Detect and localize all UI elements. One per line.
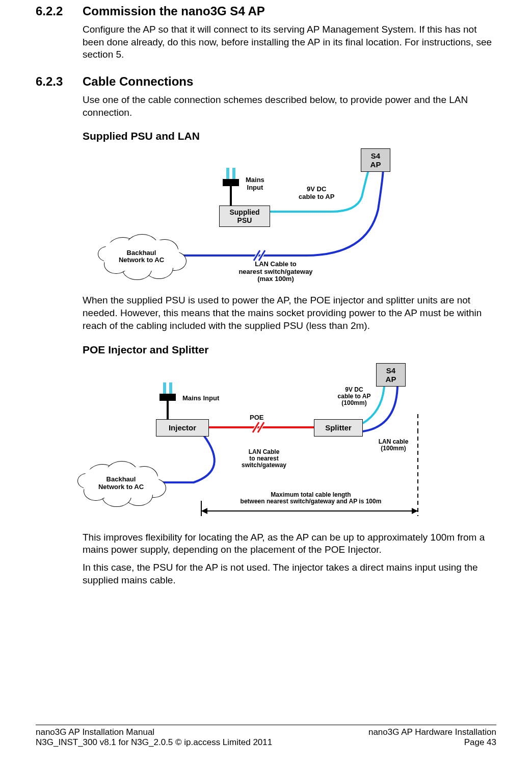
svg-rect-0 <box>226 168 229 179</box>
section-number: 6.2.3 <box>36 74 83 89</box>
diagram-poe: Mains Input Injector POE Splitter S4AP 9… <box>97 363 494 526</box>
diagram-psu-lan: MainsInput SuppliedPSU 9V DCcable to AP … <box>117 148 464 291</box>
svg-rect-10 <box>159 394 176 401</box>
footer-right-1: nano3G AP Hardware Installation <box>368 727 496 737</box>
page-footer: nano3G AP Installation Manual nano3G AP … <box>36 725 496 748</box>
label-9v-dc: 9V DCcable to AP(100mm) <box>331 387 377 407</box>
label-lan-switch: LAN Cableto nearestswitch/gateway <box>233 449 295 469</box>
svg-marker-21 <box>201 508 207 514</box>
label-poe: POE <box>250 414 263 421</box>
svg-rect-1 <box>232 168 235 179</box>
label-backhaul: BackhaulNetwork to AC <box>76 461 166 506</box>
paragraph: This improves flexibility for locating t… <box>83 531 496 556</box>
paragraph: When the supplied PSU is used to power t… <box>83 294 496 332</box>
svg-rect-9 <box>169 382 172 394</box>
label-max-length: Maximum total cable lengthbetween neares… <box>214 492 408 505</box>
section-title: Cable Connections <box>83 74 193 89</box>
cloud-backhaul: BackhaulNetwork to AC <box>76 461 166 506</box>
box-splitter: Splitter <box>314 419 363 437</box>
box-s4-ap: S4AP <box>361 148 390 172</box>
box-supplied-psu: SuppliedPSU <box>219 206 270 227</box>
label-lan-cable: LAN Cable tonearest switch/gateway(max 1… <box>227 261 324 283</box>
section-number: 6.2.2 <box>36 4 83 18</box>
label-mains-input: MainsInput <box>246 176 264 191</box>
heading: POE Injector and Splitter <box>83 344 496 356</box>
box-s4-ap: S4AP <box>376 363 406 387</box>
label-backhaul: BackhaulNetwork to AC <box>97 234 186 279</box>
svg-rect-8 <box>163 382 166 394</box>
footer-left-1: nano3G AP Installation Manual <box>36 727 154 737</box>
svg-marker-22 <box>412 508 418 514</box>
paragraph: Configure the AP so that it will connect… <box>83 23 496 61</box>
section-title: Commission the nano3G S4 AP <box>83 4 265 18</box>
box-injector: Injector <box>156 419 209 437</box>
label-lan-short: LAN cable(100mm) <box>372 439 415 452</box>
footer-right-2: Page 43 <box>464 737 496 748</box>
label-mains-input: Mains Input <box>182 395 219 402</box>
paragraph: Use one of the cable connection schemes … <box>83 94 496 119</box>
footer-left-2: N3G_INST_300 v8.1 for N3G_2.0.5 © ip.acc… <box>36 737 272 748</box>
label-9v-dc: 9V DCcable to AP <box>299 186 334 200</box>
paragraph: In this case, the PSU for the AP is not … <box>83 561 496 586</box>
svg-rect-2 <box>223 179 239 186</box>
cloud-backhaul: BackhaulNetwork to AC <box>97 234 186 279</box>
heading: Supplied PSU and LAN <box>83 130 496 142</box>
